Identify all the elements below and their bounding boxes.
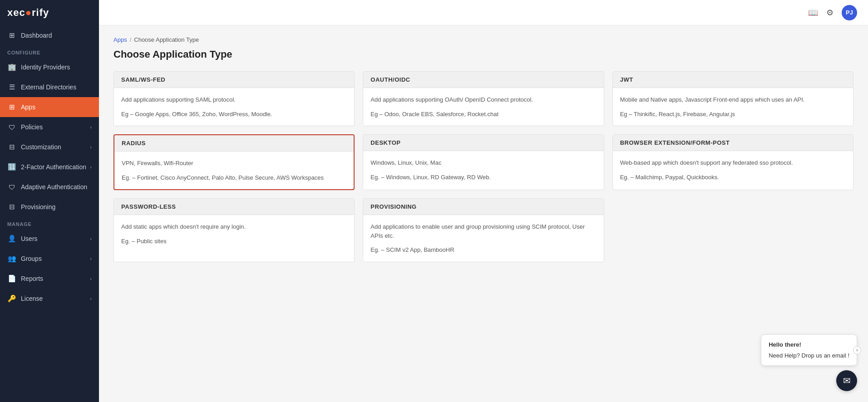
card-jwt[interactable]: JWT Mobile and Native apps, Javascript F… xyxy=(612,71,853,126)
sidebar-item-license[interactable]: 🔑 License › xyxy=(0,289,99,309)
card-example-browser-extension: Eg. – Mailchimp, Paypal, Quickbooks. xyxy=(620,173,846,182)
sidebar-item-identity-providers[interactable]: 🏢 Identity Providers xyxy=(0,57,99,77)
sidebar-item-2fa[interactable]: 🔢 2-Factor Authentication › xyxy=(0,157,99,177)
card-desc-password-less: Add static apps which doesn't require an… xyxy=(121,222,347,231)
sidebar-item-external-directories[interactable]: ☰ External Directories xyxy=(0,77,99,97)
sidebar-item-dashboard[interactable]: ⊞ Dashboard xyxy=(0,25,99,45)
card-header-oauth: OAUTH/OIDC xyxy=(363,72,603,88)
card-header-saml: SAML/WS-FED xyxy=(114,72,354,88)
chevron-icon: › xyxy=(90,296,92,301)
card-desc-jwt: Mobile and Native apps, Javascript Front… xyxy=(620,95,846,104)
card-oauth[interactable]: OAUTH/OIDC Add applications supporting O… xyxy=(363,71,604,126)
card-body-browser-extension: Web-based app which doesn't support any … xyxy=(613,151,853,189)
chevron-icon: › xyxy=(90,236,92,241)
2fa-icon: 🔢 xyxy=(7,162,16,172)
page-title: Choose Application Type xyxy=(113,49,853,60)
sidebar-item-label: External Directories xyxy=(21,83,76,91)
breadcrumb-apps-link[interactable]: Apps xyxy=(113,36,127,43)
logo[interactable]: xec●rify xyxy=(0,0,99,25)
sidebar-item-label: Dashboard xyxy=(21,32,52,39)
sidebar-item-policies[interactable]: 🛡 Policies › xyxy=(0,117,99,137)
sidebar-item-label: Groups xyxy=(21,255,42,262)
chevron-icon: › xyxy=(90,144,92,150)
license-icon: 🔑 xyxy=(7,294,16,303)
card-desc-desktop: Windows, Linux, Unix, Mac xyxy=(370,158,596,167)
card-desc-browser-extension: Web-based app which doesn't support any … xyxy=(620,158,846,167)
card-header-browser-extension: BROWSER EXTENSION/FORM-POST xyxy=(613,135,853,151)
card-example-radius: Eg. – Fortinet, Cisco AnyConnect, Palo A… xyxy=(122,173,346,182)
card-example-provisioning: Eg. – SCIM v2 App, BambooHR xyxy=(370,245,596,255)
card-body-provisioning: Add applications to enable user and grou… xyxy=(363,215,603,262)
card-saml[interactable]: SAML/WS-FED Add applications supporting … xyxy=(113,71,355,126)
chat-open-button[interactable]: ✉ xyxy=(836,370,857,391)
content-area: Apps / Choose Application Type Choose Ap… xyxy=(99,25,868,402)
card-body-saml: Add applications supporting SAML protoco… xyxy=(114,88,354,126)
card-radius[interactable]: RADIUS VPN, Firewalls, Wifi-Router Eg. –… xyxy=(113,134,355,190)
sidebar-item-label: Customization xyxy=(21,143,61,151)
chevron-icon: › xyxy=(90,256,92,261)
configure-section-label: Configure xyxy=(0,45,99,57)
chat-bubble: Hello there! Need Help? Drop us an email… xyxy=(761,334,857,366)
chat-scroll-button[interactable]: › xyxy=(853,346,861,354)
cards-grid: SAML/WS-FED Add applications supporting … xyxy=(113,71,853,262)
card-desc-saml: Add applications supporting SAML protoco… xyxy=(121,95,347,104)
card-header-jwt: JWT xyxy=(613,72,853,88)
card-provisioning[interactable]: PROVISIONING Add applications to enable … xyxy=(363,198,604,262)
sidebar-item-label: Identity Providers xyxy=(21,64,70,71)
main-area: 📖 ⚙ PJ Apps / Choose Application Type Ch… xyxy=(99,0,868,402)
card-header-desktop: DESKTOP xyxy=(363,135,603,151)
sidebar-item-label: Provisioning xyxy=(21,203,55,211)
card-example-jwt: Eg – Thinkific, React.js, Firebase, Angu… xyxy=(620,110,846,119)
identity-providers-icon: 🏢 xyxy=(7,63,16,72)
card-header-radius: RADIUS xyxy=(114,135,354,152)
card-desc-radius: VPN, Firewalls, Wifi-Router xyxy=(122,159,346,168)
sidebar-item-apps[interactable]: ⊞ Apps xyxy=(0,97,99,117)
sidebar-item-provisioning[interactable]: ⊟ Provisioning xyxy=(0,197,99,217)
sidebar-item-label: Apps xyxy=(21,103,35,111)
chevron-icon: › xyxy=(90,124,92,130)
sidebar-item-reports[interactable]: 📄 Reports › xyxy=(0,269,99,289)
settings-icon[interactable]: ⚙ xyxy=(826,8,833,18)
sidebar-item-groups[interactable]: 👥 Groups › xyxy=(0,249,99,269)
provisioning-icon: ⊟ xyxy=(7,202,16,211)
groups-icon: 👥 xyxy=(7,254,16,263)
chat-title: Hello there! xyxy=(769,340,849,349)
chevron-icon: › xyxy=(90,164,92,170)
manage-section-label: Manage xyxy=(0,217,99,229)
card-desc-oauth: Add applications supporting OAuth/ OpenI… xyxy=(370,95,596,104)
sidebar-item-customization[interactable]: ⊟ Customization › xyxy=(0,137,99,157)
sidebar-item-label: Users xyxy=(21,235,38,242)
sidebar-item-label: 2-Factor Authentication xyxy=(21,163,86,171)
card-desktop[interactable]: DESKTOP Windows, Linux, Unix, Mac Eg. – … xyxy=(363,134,604,190)
breadcrumb-separator: / xyxy=(130,36,132,43)
customization-icon: ⊟ xyxy=(7,142,16,152)
external-directories-icon: ☰ xyxy=(7,83,16,92)
card-browser-extension[interactable]: BROWSER EXTENSION/FORM-POST Web-based ap… xyxy=(612,134,853,190)
breadcrumb: Apps / Choose Application Type xyxy=(113,36,853,43)
card-header-password-less: PASSWORD-LESS xyxy=(114,199,354,215)
book-icon[interactable]: 📖 xyxy=(808,8,818,18)
card-body-radius: VPN, Firewalls, Wifi-Router Eg. – Fortin… xyxy=(114,152,354,189)
card-example-saml: Eg – Google Apps, Office 365, Zoho, Word… xyxy=(121,110,347,119)
sidebar-item-users[interactable]: 👤 Users › xyxy=(0,229,99,249)
chat-widget: Hello there! Need Help? Drop us an email… xyxy=(761,334,857,391)
card-body-oauth: Add applications supporting OAuth/ OpenI… xyxy=(363,88,603,126)
card-header-provisioning: PROVISIONING xyxy=(363,199,603,215)
header: 📖 ⚙ PJ xyxy=(99,0,868,25)
sidebar-item-label: Reports xyxy=(21,275,43,282)
apps-icon: ⊞ xyxy=(7,103,16,112)
reports-icon: 📄 xyxy=(7,274,16,283)
chat-subtitle: Need Help? Drop us an email ! xyxy=(769,351,849,360)
card-password-less[interactable]: PASSWORD-LESS Add static apps which does… xyxy=(113,198,355,262)
card-desc-provisioning: Add applications to enable user and grou… xyxy=(370,222,596,240)
policies-icon: 🛡 xyxy=(7,123,16,132)
adaptive-auth-icon: 🛡 xyxy=(7,182,16,191)
sidebar-item-adaptive-auth[interactable]: 🛡 Adaptive Authentication xyxy=(0,177,99,197)
sidebar-item-label: Adaptive Authentication xyxy=(21,183,87,191)
avatar[interactable]: PJ xyxy=(842,5,857,20)
sidebar: xec●rify ⊞ Dashboard Configure 🏢 Identit… xyxy=(0,0,99,402)
card-body-desktop: Windows, Linux, Unix, Mac Eg. – Windows,… xyxy=(363,151,603,189)
sidebar-item-label: License xyxy=(21,295,43,302)
sidebar-item-label: Policies xyxy=(21,123,43,131)
breadcrumb-current: Choose Application Type xyxy=(134,36,199,43)
